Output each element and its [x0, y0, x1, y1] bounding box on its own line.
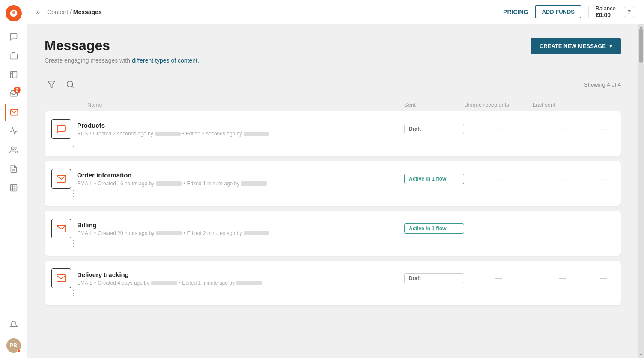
svg-point-5 — [11, 147, 14, 150]
status-badge: Active in 1 flow — [404, 174, 464, 184]
message-name: Order information — [77, 171, 399, 179]
breadcrumb-separator: / — [68, 9, 73, 15]
scroll-down-arrow[interactable]: ▼ — [638, 352, 644, 358]
avatar-status-dot — [17, 349, 21, 352]
author-blur-1 — [156, 231, 182, 235]
help-button[interactable]: ? — [623, 6, 635, 18]
topbar: » Content / Messages PRICING ADD FUNDS B… — [27, 0, 644, 24]
message-edited: Edited 2 seconds ago by — [186, 131, 242, 137]
sidebar-item-reports[interactable] — [5, 160, 22, 177]
sent-value: — — [464, 175, 533, 183]
message-name: Products — [77, 122, 399, 129]
message-created: Created 4 days ago by — [98, 280, 149, 286]
scrollbar-thumb[interactable] — [639, 28, 643, 63]
subtitle-link[interactable]: different types of content. — [132, 57, 199, 64]
sidebar-item-chat[interactable] — [5, 28, 22, 45]
message-meta: EMAIL • Created 4 days ago by • Edited 1… — [77, 280, 399, 286]
table-row: ProductsRCS • Created 2 seconds ago by •… — [45, 111, 621, 156]
unique-recipients-value: — — [533, 274, 593, 282]
sidebar-item-briefcase[interactable] — [5, 47, 22, 64]
add-funds-button[interactable]: ADD FUNDS — [535, 5, 581, 18]
sidebar-item-contacts[interactable] — [5, 141, 22, 159]
scrollbar-track[interactable]: ▲ ▼ — [638, 24, 644, 358]
content-area: Messages Create engaging messages with d… — [27, 24, 638, 358]
inbox-badge: 2 — [14, 87, 21, 93]
message-name: Billing — [77, 221, 399, 229]
chevron-down-icon: ▾ — [609, 43, 612, 49]
pricing-link[interactable]: PRICING — [503, 9, 528, 15]
last-sent-value: — — [593, 125, 614, 133]
unique-recipients-value: — — [533, 175, 593, 183]
message-info: Delivery trackingEMAIL • Created 4 days … — [77, 271, 404, 286]
create-message-button[interactable]: CREATE NEW MESSAGE ▾ — [531, 38, 621, 54]
message-type-icon — [51, 268, 71, 288]
sent-value: — — [464, 274, 533, 282]
row-actions-menu[interactable]: ⋮ — [51, 139, 77, 148]
message-type-icon — [51, 119, 71, 139]
author-blur-1 — [151, 281, 177, 285]
unique-recipients-value: — — [533, 225, 593, 232]
message-created: Created 16 hours ago by — [98, 181, 154, 187]
row-actions-menu[interactable]: ⋮ — [51, 238, 77, 248]
app-logo[interactable] — [6, 5, 22, 21]
sidebar-item-messages[interactable] — [5, 104, 22, 121]
message-created: Created 2 seconds ago by — [93, 131, 153, 137]
message-type-icon — [51, 219, 71, 238]
user-avatar[interactable]: PB — [6, 338, 21, 353]
author-blur-2 — [244, 231, 269, 235]
page-subtitle: Create engaging messages with different … — [45, 57, 199, 64]
last-sent-value: — — [593, 274, 614, 282]
table-header: Name Sent Unique recepients Last sent — [45, 98, 621, 111]
topbar-divider — [588, 6, 589, 18]
row-actions-menu[interactable]: ⋮ — [51, 288, 77, 298]
showing-count: Showing 4 of 4 — [584, 81, 621, 88]
balance-label: Balance — [596, 5, 616, 12]
last-sent-value: — — [593, 225, 614, 232]
author-blur-2 — [244, 132, 269, 136]
page-header-left: Messages Create engaging messages with d… — [45, 38, 199, 64]
svg-point-14 — [67, 81, 73, 87]
svg-marker-13 — [48, 81, 55, 88]
author-blur-1 — [156, 181, 182, 186]
message-name: Delivery tracking — [77, 271, 399, 278]
author-blur-1 — [155, 132, 181, 136]
last-sent-value: — — [593, 175, 614, 183]
sidebar: 2 — [0, 0, 27, 358]
message-edited: Edited 1 minute ago by — [187, 181, 240, 187]
sent-value: — — [464, 125, 533, 133]
svg-rect-8 — [10, 185, 17, 191]
message-type-label: RCS — [77, 131, 88, 137]
balance-value: €0.00 — [596, 12, 616, 18]
message-info: ProductsRCS • Created 2 seconds ago by •… — [77, 122, 404, 137]
page-title: Messages — [45, 38, 199, 54]
message-meta: RCS • Created 2 seconds ago by • Edited … — [77, 131, 399, 137]
sidebar-item-analytics[interactable] — [5, 123, 22, 140]
message-info: Order informationEMAIL • Created 16 hour… — [77, 171, 404, 187]
col-last-sent: Last sent — [533, 102, 593, 108]
breadcrumb-prefix: Content — [47, 9, 68, 15]
message-edited: Edited 2 minutes ago by — [187, 230, 242, 236]
table-row: Order informationEMAIL • Created 16 hour… — [45, 161, 621, 206]
expand-button[interactable]: » — [36, 7, 40, 16]
breadcrumb-current: Messages — [73, 9, 102, 15]
sidebar-item-bell[interactable] — [5, 316, 22, 333]
svg-line-15 — [72, 86, 74, 88]
unique-recipients-value: — — [533, 125, 593, 133]
message-type-icon — [51, 169, 71, 189]
sent-value: — — [464, 225, 533, 232]
filter-button[interactable] — [45, 78, 58, 91]
sidebar-item-templates[interactable] — [5, 66, 22, 83]
row-actions-menu[interactable]: ⋮ — [51, 189, 77, 198]
message-type-label: EMAIL — [77, 181, 92, 187]
search-button[interactable] — [63, 78, 77, 91]
status-badge: Draft — [404, 273, 464, 283]
message-type-label: EMAIL — [77, 230, 92, 236]
svg-rect-2 — [10, 72, 17, 78]
breadcrumb: Content / Messages — [47, 9, 503, 15]
sidebar-item-table[interactable] — [5, 179, 22, 196]
svg-rect-1 — [10, 54, 17, 59]
sidebar-item-inbox[interactable]: 2 — [5, 85, 22, 102]
col-sent: Sent — [404, 102, 464, 108]
balance-display: Balance €0.00 — [596, 5, 616, 18]
toolbar: Showing 4 of 4 — [45, 78, 621, 91]
